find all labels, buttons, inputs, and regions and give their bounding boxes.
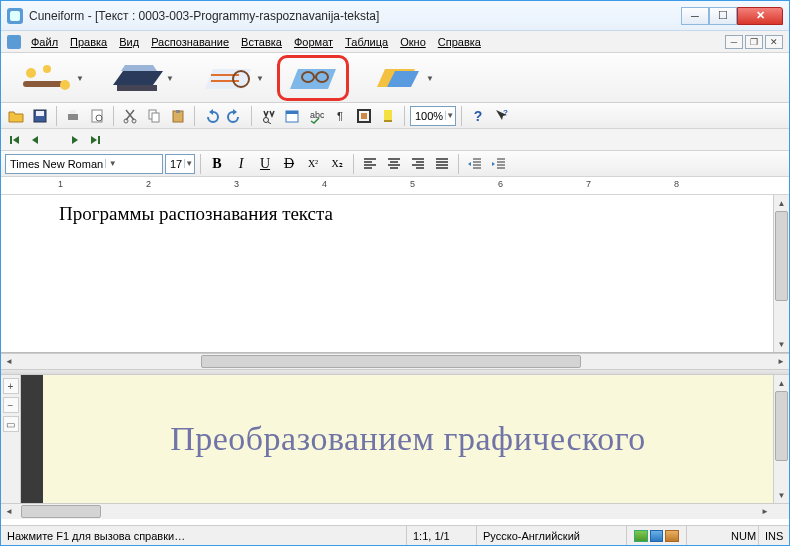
status-hint: Нажмите F1 для вызова справки… (1, 526, 407, 545)
status-view-icons[interactable] (627, 526, 687, 545)
wizard-button[interactable]: ▼ (7, 56, 89, 100)
first-page-button[interactable] (7, 132, 23, 148)
context-help-button[interactable]: ? (491, 105, 513, 127)
svg-marker-5 (121, 65, 157, 71)
open-button[interactable] (5, 105, 27, 127)
svg-rect-37 (384, 120, 392, 122)
svg-point-3 (60, 80, 70, 90)
svg-point-1 (43, 65, 51, 73)
copy-button[interactable] (143, 105, 165, 127)
redo-button[interactable] (224, 105, 246, 127)
spellcheck-button[interactable]: abc (305, 105, 327, 127)
document-pane[interactable]: Программы распознавания текста ▲ ▼ (1, 195, 789, 353)
align-left-button[interactable] (359, 153, 381, 175)
print-button[interactable] (62, 105, 84, 127)
scan-button[interactable]: ▼ (97, 56, 179, 100)
svg-rect-6 (117, 85, 157, 91)
doc-vertical-scrollbar[interactable]: ▲ ▼ (773, 195, 789, 352)
menu-window[interactable]: Окно (394, 34, 432, 50)
mdi-close-button[interactable]: ✕ (765, 35, 783, 49)
decrease-indent-button[interactable] (464, 153, 486, 175)
title-bar: Cuneiform - [Текст : 0003-003-Programmy-… (1, 1, 789, 31)
document-text[interactable]: Программы распознавания текста (59, 203, 333, 225)
menu-bar: Файл Правка Вид Распознавание Вставка Фо… (1, 31, 789, 53)
subscript-button[interactable]: X₂ (326, 153, 348, 175)
strikethrough-button[interactable]: D (278, 153, 300, 175)
zoom-out-button[interactable]: − (3, 397, 19, 413)
status-position: 1:1, 1/1 (407, 526, 477, 545)
svg-rect-19 (68, 114, 78, 120)
close-button[interactable]: ✕ (737, 7, 783, 25)
borders-button[interactable] (353, 105, 375, 127)
highlight-button[interactable] (377, 105, 399, 127)
mdi-minimize-button[interactable]: ─ (725, 35, 743, 49)
save-button[interactable] (29, 105, 51, 127)
doc-horizontal-scrollbar[interactable]: ◄ ► (1, 353, 789, 369)
menu-edit[interactable]: Правка (64, 34, 113, 50)
align-right-button[interactable] (407, 153, 429, 175)
svg-point-29 (264, 117, 269, 122)
svg-text:?: ? (503, 108, 508, 117)
zoom-combo[interactable]: 100%▼ (410, 106, 456, 126)
ruler[interactable]: // ticks drawn via spans below with JS p… (1, 177, 789, 195)
svg-text:abc: abc (310, 110, 324, 120)
image-horizontal-scrollbar[interactable]: ◄ ► (1, 503, 789, 519)
italic-button[interactable]: I (230, 153, 252, 175)
minimize-button[interactable]: ─ (681, 7, 709, 25)
menu-help[interactable]: Справка (432, 34, 487, 50)
main-toolbar: ▼ ▼ ▼ ▼ (1, 53, 789, 103)
menu-recognize[interactable]: Распознавание (145, 34, 235, 50)
svg-rect-35 (361, 113, 367, 119)
cut-button[interactable] (119, 105, 141, 127)
status-ins: INS (759, 526, 789, 545)
image-canvas[interactable]: Преобразованием графического (43, 375, 773, 503)
svg-rect-26 (152, 113, 159, 122)
window-title: Cuneiform - [Текст : 0003-003-Programmy-… (29, 9, 681, 23)
image-margin (21, 375, 43, 503)
menu-view[interactable]: Вид (113, 34, 145, 50)
undo-button[interactable] (200, 105, 222, 127)
maximize-button[interactable]: ☐ (709, 7, 737, 25)
svg-rect-36 (384, 110, 392, 120)
save-result-button[interactable]: ▼ (357, 56, 439, 100)
svg-marker-4 (113, 71, 163, 85)
svg-point-0 (26, 68, 36, 78)
paste-button[interactable] (167, 105, 189, 127)
last-page-button[interactable] (87, 132, 103, 148)
menu-file[interactable]: Файл (25, 34, 64, 50)
nav-toolbar (1, 129, 789, 151)
layout-button[interactable]: ▼ (187, 56, 269, 100)
align-justify-button[interactable] (431, 153, 453, 175)
image-text: Преобразованием графического (170, 420, 646, 458)
date-button[interactable] (281, 105, 303, 127)
select-tool-button[interactable]: ▭ (3, 416, 19, 432)
next-page-button[interactable] (67, 132, 83, 148)
superscript-button[interactable]: X² (302, 153, 324, 175)
mdi-restore-button[interactable]: ❐ (745, 35, 763, 49)
menu-table[interactable]: Таблица (339, 34, 394, 50)
font-size-combo[interactable]: 17▼ (165, 154, 195, 174)
increase-indent-button[interactable] (488, 153, 510, 175)
svg-rect-28 (176, 110, 180, 113)
svg-rect-2 (23, 81, 63, 87)
bold-button[interactable]: B (206, 153, 228, 175)
zoom-in-button[interactable]: + (3, 378, 19, 394)
menu-format[interactable]: Формат (288, 34, 339, 50)
status-num: NUM (725, 526, 759, 545)
find-button[interactable] (257, 105, 279, 127)
format-toolbar: Times New Roman▼ 17▼ B I U D X² X₂ (1, 151, 789, 177)
standard-toolbar: abc ¶ 100%▼ ? ? (1, 103, 789, 129)
align-center-button[interactable] (383, 153, 405, 175)
prev-page-button[interactable] (27, 132, 43, 148)
paragraph-marks-button[interactable]: ¶ (329, 105, 351, 127)
recognize-button[interactable] (277, 55, 349, 101)
status-bar: Нажмите F1 для вызова справки… 1:1, 1/1 … (1, 525, 789, 545)
print-preview-button[interactable] (86, 105, 108, 127)
svg-rect-40 (98, 136, 100, 144)
image-vertical-scrollbar[interactable]: ▲ ▼ (773, 375, 789, 503)
help-button[interactable]: ? (467, 105, 489, 127)
menu-insert[interactable]: Вставка (235, 34, 288, 50)
svg-rect-39 (10, 136, 12, 144)
underline-button[interactable]: U (254, 153, 276, 175)
font-name-combo[interactable]: Times New Roman▼ (5, 154, 163, 174)
